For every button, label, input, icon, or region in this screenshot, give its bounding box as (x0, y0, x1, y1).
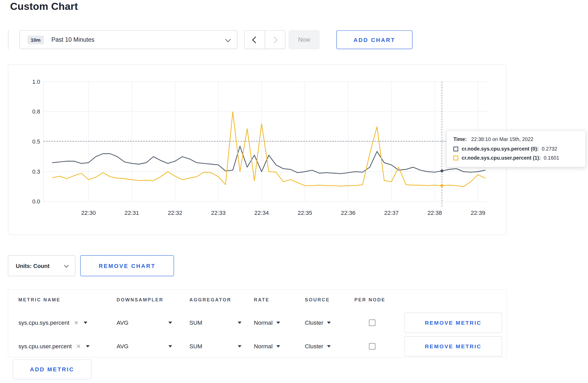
chevron-down-icon (64, 263, 69, 267)
caret-down-icon (168, 345, 172, 347)
x-axis-tick-label: 22:34 (254, 210, 269, 216)
caret-down-icon (83, 322, 87, 324)
source-value: Cluster (305, 343, 323, 350)
x-axis-tick-label: 22:39 (471, 210, 485, 216)
tooltip-series-value: 0.1601 (544, 155, 559, 161)
col-header-source: SOURCE (305, 297, 330, 302)
rate-value: Normal (254, 319, 272, 326)
units-label: Units: Count (16, 263, 50, 269)
caret-down-icon (327, 322, 331, 324)
metric-row: sys.cpu.user.percent ✕ AVG SUM Normal Cl… (8, 336, 506, 356)
metric-row: sys.cpu.sys.percent ✕ AVG SUM Normal Clu… (8, 313, 506, 333)
caret-down-icon (168, 322, 172, 324)
aggregator-select[interactable]: SUM (189, 319, 241, 326)
next-range-button[interactable] (265, 31, 285, 49)
chart-tooltip: Time: 22:38:10 on Mar 15th, 2022 cr.node… (446, 130, 586, 167)
per-node-checkbox[interactable] (369, 320, 375, 326)
col-header-downsampler: DOWNSAMPLER (117, 297, 164, 302)
downsampler-select[interactable]: AVG (117, 319, 172, 326)
toolbar-divider (8, 30, 9, 49)
units-select[interactable]: Units: Count (8, 255, 75, 276)
source-select[interactable]: Cluster (305, 319, 331, 326)
now-button[interactable]: Now (289, 30, 320, 49)
downsampler-value: AVG (117, 343, 129, 350)
time-nav-group (244, 30, 285, 49)
chart-card: 1.00.80.50.30.022:3022:3122:3222:3322:34… (8, 65, 507, 235)
source-select[interactable]: Cluster (305, 343, 331, 350)
caret-down-icon (86, 345, 89, 347)
tooltip-time-value: 22:38:10 on Mar 15th, 2022 (471, 137, 533, 142)
aggregator-select[interactable]: SUM (189, 343, 241, 350)
chevron-down-icon (225, 36, 231, 42)
source-value: Cluster (305, 319, 323, 326)
caret-down-icon (238, 345, 241, 347)
rate-value: Normal (254, 343, 272, 350)
y-axis-tick-label: 0.0 (32, 198, 40, 205)
x-axis-tick-label: 22:31 (124, 210, 139, 216)
caret-down-icon (276, 345, 280, 347)
time-range-badge: 10m (27, 36, 44, 44)
caret-down-icon (276, 322, 280, 324)
downsampler-select[interactable]: AVG (117, 343, 172, 350)
x-axis-tick-label: 22:38 (428, 210, 442, 216)
rate-select[interactable]: Normal (254, 343, 280, 350)
add-chart-button[interactable]: ADD CHART (336, 30, 412, 49)
tooltip-time-row: Time: 22:38:10 on Mar 15th, 2022 (453, 137, 579, 142)
prev-range-button[interactable] (244, 31, 265, 49)
col-header-aggregator: AGGREGATOR (189, 297, 231, 302)
col-header-rate: RATE (254, 297, 270, 302)
caret-down-icon (238, 322, 241, 324)
clear-icon[interactable]: ✕ (74, 319, 79, 326)
add-metric-button[interactable]: ADD METRIC (13, 359, 92, 379)
page-title: Custom Chart (10, 1, 78, 12)
custom-chart-page: Custom Chart 10m Past 10 Minutes Now ADD… (0, 0, 588, 383)
y-axis-tick-label: 0.8 (32, 108, 40, 115)
remove-metric-button[interactable]: REMOVE METRIC (404, 313, 502, 333)
chevron-right-icon (271, 36, 278, 43)
remove-metric-button[interactable]: REMOVE METRIC (404, 336, 502, 356)
time-range-label: Past 10 Minutes (51, 36, 94, 43)
clear-icon[interactable]: ✕ (76, 343, 81, 350)
series-swatch-sys-percent (453, 147, 458, 152)
rate-select[interactable]: Normal (254, 319, 280, 326)
x-axis-tick-label: 22:35 (298, 210, 312, 216)
series-line (52, 112, 485, 187)
y-axis-tick-label: 0.3 (32, 168, 40, 175)
timeseries-chart[interactable]: 1.00.80.50.30.022:3022:3122:3222:3322:34… (8, 65, 507, 235)
downsampler-value: AVG (117, 319, 129, 326)
y-axis-tick-label: 0.5 (32, 138, 40, 145)
metric-name-value: sys.cpu.user.percent (18, 343, 72, 350)
aggregator-value: SUM (189, 343, 202, 350)
metrics-table: METRIC NAME DOWNSAMPLER AGGREGATOR RATE … (8, 289, 507, 358)
x-axis-tick-label: 22:32 (168, 210, 182, 216)
x-axis-tick-label: 22:37 (384, 210, 399, 216)
metric-name-value: sys.cpu.sys.percent (18, 319, 69, 326)
series-swatch-user-percent (453, 155, 458, 160)
tooltip-series-value: 0.2732 (542, 146, 557, 152)
time-range-select[interactable]: 10m Past 10 Minutes (19, 30, 237, 49)
col-header-metric-name: METRIC NAME (18, 297, 61, 302)
chevron-left-icon (252, 36, 259, 43)
caret-down-icon (327, 345, 331, 347)
y-axis-tick-label: 1.0 (32, 79, 40, 85)
tooltip-series-row: cr.node.sys.cpu.user.percent (1): 0.1601 (453, 155, 579, 161)
tooltip-series-label: cr.node.sys.cpu.user.percent (1): (462, 155, 541, 161)
col-header-per-node: PER NODE (354, 297, 386, 302)
tooltip-time-label: Time: (453, 137, 467, 142)
x-axis-tick-label: 22:33 (211, 210, 226, 216)
x-axis-tick-label: 22:36 (341, 210, 355, 216)
metric-name-select[interactable]: sys.cpu.user.percent ✕ (18, 343, 89, 350)
x-axis-tick-label: 22:30 (81, 210, 96, 216)
crosshair-dot (440, 184, 444, 187)
per-node-checkbox[interactable] (369, 343, 375, 350)
metric-name-select[interactable]: sys.cpu.sys.percent ✕ (18, 319, 87, 326)
remove-chart-button[interactable]: REMOVE CHART (80, 255, 174, 276)
tooltip-series-row: cr.node.sys.cpu.sys.percent (0): 0.2732 (453, 146, 579, 152)
aggregator-value: SUM (189, 319, 202, 326)
crosshair-dot (440, 169, 444, 173)
tooltip-series-label: cr.node.sys.cpu.sys.percent (0): (462, 146, 539, 152)
